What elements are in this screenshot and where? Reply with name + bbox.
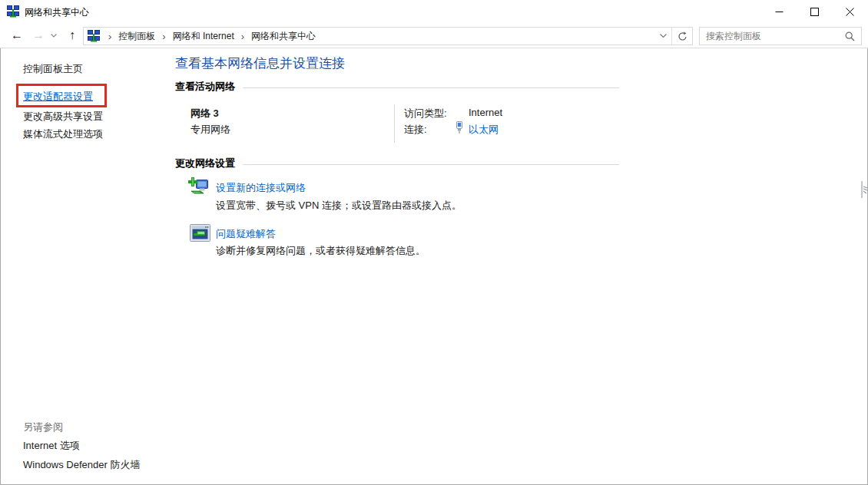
active-networks-header-label: 查看活动网络 [175, 80, 235, 94]
network-app-icon [7, 5, 19, 20]
sidebar-item-control-panel-home[interactable]: 控制面板主页 [23, 62, 83, 76]
refresh-icon [678, 31, 687, 41]
troubleshoot-link[interactable]: 问题疑难解答 [216, 227, 276, 241]
troubleshoot-icon [190, 224, 210, 244]
address-dropdown-button[interactable] [654, 28, 671, 45]
change-network-settings-header-label: 更改网络设置 [175, 157, 235, 170]
network-profile: 专用网络 [190, 123, 230, 137]
sidebar-item-change-advanced-sharing-settings[interactable]: 更改高级共享设置 [23, 110, 103, 124]
see-also-header: 另请参阅 [23, 421, 63, 434]
network-name: 网络 3 [190, 107, 219, 120]
recent-pages-dropdown-button[interactable] [48, 26, 60, 45]
search-icon[interactable] [845, 31, 855, 41]
title-bar: 网络和共享中心 [0, 0, 868, 23]
section-divider-line [243, 87, 619, 88]
sidebar-item-change-adapter-settings[interactable]: 更改适配器设置 [23, 90, 93, 104]
maximize-button[interactable] [797, 1, 832, 23]
breadcrumb-separator: › [104, 31, 115, 42]
active-networks-section-header: 查看活动网络 [175, 80, 619, 94]
access-type-value: Internet [469, 107, 502, 118]
breadcrumb-separator: › [158, 31, 169, 42]
breadcrumb-control-panel[interactable]: 控制面板 [115, 30, 158, 43]
sidebar-item-windows-defender-firewall[interactable]: Windows Defender 防火墙 [23, 458, 140, 472]
setup-new-connection-link[interactable]: 设置新的连接或网络 [216, 181, 306, 195]
address-bar[interactable]: › 控制面板 › 网络和 Internet › 网络和共享中心 [83, 27, 693, 45]
page-title: 查看基本网络信息并设置连接 [175, 54, 345, 72]
section-divider-line [243, 164, 619, 165]
edge-overlay-handle [861, 181, 868, 200]
up-button[interactable]: ↑ [63, 26, 81, 45]
change-network-settings-section-header: 更改网络设置 [175, 157, 619, 170]
connection-ethernet-link[interactable]: 以太网 [469, 123, 499, 137]
refresh-button[interactable] [671, 28, 692, 45]
breadcrumb-separator: › [237, 31, 248, 42]
minimize-button[interactable] [761, 1, 797, 23]
setup-new-connection-description: 设置宽带、拨号或 VPN 连接；或设置路由器或接入点。 [216, 199, 462, 213]
chevron-down-icon [51, 34, 57, 38]
connection-label: 连接: [404, 123, 427, 137]
sidebar-item-internet-options[interactable]: Internet 选项 [23, 439, 80, 453]
back-button[interactable]: ← [8, 26, 26, 45]
window-title: 网络和共享中心 [25, 6, 89, 19]
chevron-down-icon [660, 34, 667, 38]
maximize-icon [810, 8, 819, 16]
search-box [699, 27, 862, 45]
breadcrumb-network-internet[interactable]: 网络和 Internet [170, 30, 237, 43]
network-sharing-center-window: 网络和共享中心 ← → ↑ [0, 0, 868, 485]
minimize-icon [775, 8, 784, 16]
network-breadcrumb-icon [88, 30, 100, 42]
forward-button[interactable]: → [29, 26, 48, 45]
ethernet-icon [455, 121, 464, 136]
close-icon [846, 8, 854, 16]
search-input[interactable] [700, 31, 845, 41]
access-type-label: 访问类型: [404, 107, 447, 120]
breadcrumb-network-sharing-center[interactable]: 网络和共享中心 [248, 30, 319, 43]
network-info-divider [394, 104, 395, 143]
sidebar-item-media-streaming-options[interactable]: 媒体流式处理选项 [23, 127, 103, 141]
new-connection-icon [188, 176, 211, 201]
close-button[interactable] [832, 1, 867, 23]
troubleshoot-description: 诊断并修复网络问题，或者获得疑难解答信息。 [216, 244, 426, 258]
